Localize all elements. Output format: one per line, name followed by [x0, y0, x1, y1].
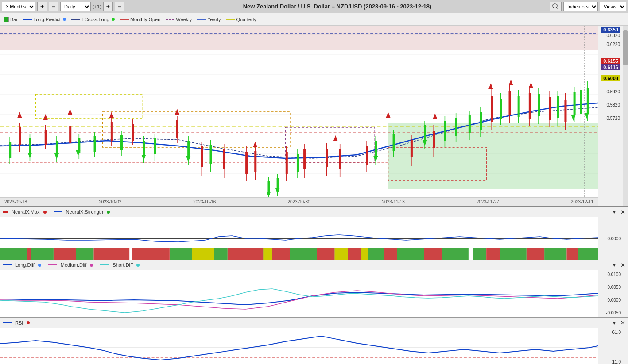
diff-label-0000: 0.0000	[599, 298, 621, 303]
longpredict-legend-label: Long.Predict	[33, 17, 61, 22]
svg-marker-119	[43, 114, 48, 120]
price-axis: 0.6350 0.6320 0.6220 0.6155 0.6116 0.600…	[598, 26, 628, 206]
neural-dropdown-btn[interactable]: ▼	[612, 209, 617, 215]
rsi-panel-header: RSI ▼ ✕	[0, 318, 628, 328]
svg-marker-137	[373, 156, 378, 162]
diff-content: 0.0100 0.0050 0.0000 -0.0050	[0, 270, 628, 317]
svg-rect-161	[132, 248, 170, 260]
svg-marker-130	[27, 153, 32, 158]
svg-rect-145	[76, 248, 93, 260]
x-label-3: 2023-10-16	[193, 199, 216, 204]
diff-dropdown-btn[interactable]: ▼	[612, 262, 617, 268]
neural-zero-label: 0.0000	[607, 236, 621, 241]
svg-marker-124	[333, 135, 338, 141]
rsi-y-axis: 61.0 11.0	[598, 328, 628, 364]
neural-chart-body[interactable]	[0, 217, 598, 260]
svg-marker-136	[275, 188, 280, 194]
bar-legend-label: Bar	[10, 17, 18, 22]
svg-rect-143	[0, 248, 27, 260]
svg-marker-125	[386, 112, 390, 118]
svg-marker-134	[186, 156, 190, 162]
rsi-panel: RSI ▼ ✕ 61.0 11.0	[0, 318, 628, 364]
x-label-4: 2023-10-30	[287, 199, 310, 204]
legend-bar-item: Bar	[4, 17, 18, 22]
rsi-chart-body[interactable]	[0, 328, 598, 364]
neural-content: 0.0000	[0, 217, 628, 260]
svg-rect-165	[317, 248, 334, 260]
svg-rect-155	[500, 248, 526, 260]
scrollbar-thumb[interactable]	[623, 30, 628, 65]
diff-chart-body[interactable]	[0, 270, 598, 317]
svg-rect-166	[348, 248, 361, 260]
diff-label-n0050: -0.0050	[599, 310, 621, 315]
tcross-legend-icon	[71, 19, 80, 20]
yearly-legend-label: Yearly	[207, 17, 221, 22]
rsi-legend-icon	[3, 322, 12, 323]
neural-svg	[0, 217, 598, 260]
longpredict-legend-icon	[23, 19, 32, 20]
neural-panel-header: NeuralX.Max NeuralX.Strength ▼ ✕	[0, 207, 628, 217]
add-period-button[interactable]: +	[37, 2, 47, 11]
price-highlight-6008: 0.6008	[601, 75, 620, 81]
svg-rect-160	[94, 248, 130, 260]
neural-strength-legend-icon	[54, 211, 62, 212]
diff-close-btn[interactable]: ✕	[620, 262, 625, 268]
svg-marker-128	[509, 80, 513, 85]
longdiff-dot	[38, 264, 41, 267]
legend-bar: Bar Long.Predict TCross.Long Monthly Ope…	[0, 13, 628, 26]
timeframe-select[interactable]: 3 Months 1 Month 6 Months 1 Year	[2, 2, 35, 11]
svg-rect-149	[290, 248, 317, 260]
rsi-label: RSI	[15, 320, 23, 326]
legend-quarterly-item: Quarterly	[226, 17, 256, 22]
svg-rect-157	[578, 248, 598, 260]
svg-rect-175	[361, 248, 368, 260]
zoom-out-button[interactable]: −	[115, 2, 124, 11]
main-chart-container: 2023-09-18 2023-10-02 2023-10-16 2023-10…	[0, 26, 628, 207]
remove-period-button[interactable]: −	[49, 2, 58, 11]
neural-strength-dot	[107, 211, 110, 214]
toolbar: 3 Months 1 Month 6 Months 1 Year + − Dai…	[0, 0, 628, 13]
diff-panel-controls: ▼ ✕	[612, 262, 625, 268]
rsi-close-btn[interactable]: ✕	[620, 319, 625, 326]
search-button[interactable]	[550, 2, 562, 11]
svg-marker-118	[17, 112, 22, 118]
chart-title: New Zealand Dollar / U.S. Dollar – NZD/U…	[126, 3, 548, 10]
svg-point-0	[553, 4, 557, 8]
svg-rect-154	[473, 248, 486, 260]
diff-label-0100: 0.0100	[599, 272, 621, 277]
monthlyopen-legend-label: Monthly Open	[130, 17, 160, 22]
neural-close-btn[interactable]: ✕	[620, 209, 625, 215]
legend-tcross-item: TCross.Long	[71, 17, 115, 22]
neural-max-label: NeuralX.Max	[12, 209, 40, 215]
weekly-legend-label: Weekly	[176, 17, 192, 22]
svg-marker-120	[68, 109, 72, 115]
diff-label-0050: 0.0050	[599, 285, 621, 290]
monthlyopen-legend-icon	[120, 19, 129, 20]
yearly-legend-icon	[197, 19, 206, 20]
rsi-label-61: 61.0	[599, 330, 621, 335]
svg-rect-10	[0, 26, 598, 50]
svg-line-1	[557, 8, 558, 9]
svg-rect-174	[335, 248, 348, 260]
svg-rect-168	[424, 248, 442, 260]
toolbar-right: Indicators Views	[563, 2, 626, 11]
rsi-dropdown-btn[interactable]: ▼	[612, 320, 617, 326]
main-chart-body[interactable]: 2023-09-18 2023-10-02 2023-10-16 2023-10…	[0, 26, 598, 206]
svg-marker-121	[109, 112, 114, 118]
zoom-in-button[interactable]: +	[103, 2, 113, 11]
svg-rect-12	[36, 94, 143, 119]
svg-marker-139	[571, 115, 576, 121]
svg-marker-135	[266, 192, 271, 197]
views-select[interactable]: Views	[600, 2, 626, 11]
tcross-dot	[112, 18, 115, 21]
indicators-select[interactable]: Indicators	[563, 2, 598, 11]
svg-marker-123	[253, 142, 257, 147]
x-axis: 2023-09-18 2023-10-02 2023-10-16 2023-10…	[0, 197, 598, 206]
interval-select[interactable]: Daily Hourly Weekly Monthly	[60, 2, 91, 11]
legend-yearly-item: Yearly	[197, 17, 221, 22]
svg-rect-153	[442, 248, 468, 260]
main-chart-svg	[0, 26, 598, 198]
svg-rect-152	[397, 248, 424, 260]
scrollbar[interactable]	[623, 26, 628, 206]
svg-rect-156	[544, 248, 566, 260]
